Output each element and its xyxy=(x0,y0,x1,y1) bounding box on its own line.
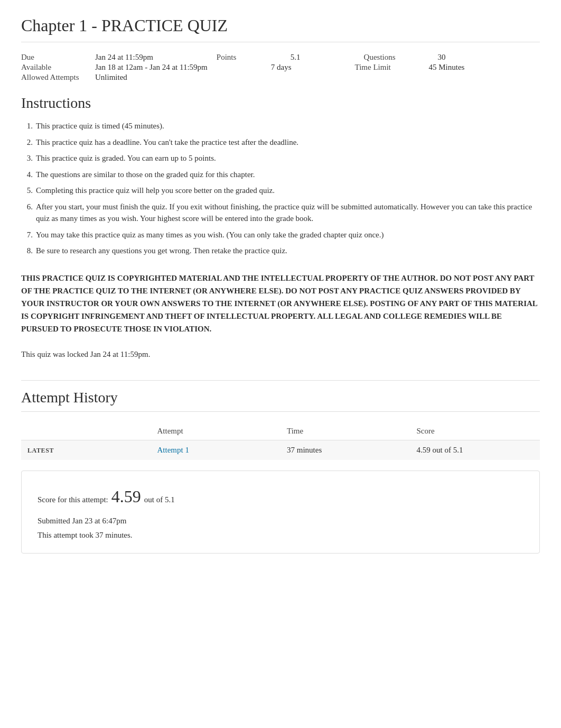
attempt-history-title: Attempt History xyxy=(21,389,540,412)
instruction-item-1: 1.This practice quiz is timed (45 minute… xyxy=(21,120,540,132)
instruction-num: 1. xyxy=(21,120,33,132)
submitted-text: Submitted Jan 23 at 6:47pm xyxy=(38,514,523,528)
attempt-score: 4.59 out of 5.1 xyxy=(410,440,540,460)
col-header-attempt: Attempt xyxy=(151,422,281,440)
attempt-table: Attempt Time Score LATEST Attempt 1 37 m… xyxy=(21,422,540,460)
instruction-num: 8. xyxy=(21,245,33,257)
col-header-time: Time xyxy=(280,422,410,440)
score-summary-box: Score for this attempt: 4.59 out of 5.1 … xyxy=(21,471,540,554)
col-header-badge xyxy=(21,422,151,440)
instruction-num: 7. xyxy=(21,229,33,241)
instruction-text: This practice quiz is timed (45 minutes)… xyxy=(36,120,540,132)
instruction-num: 5. xyxy=(21,185,33,197)
available-value: Jan 18 at 12am - Jan 24 at 11:59pm xyxy=(95,63,208,72)
allowed-label: Allowed Attempts xyxy=(21,73,85,82)
attempt-link-cell[interactable]: Attempt 1 xyxy=(151,440,281,460)
score-out-of: out of 5.1 xyxy=(144,493,175,507)
instruction-text: After you start, your must finish the qu… xyxy=(36,201,540,225)
instruction-text: Be sure to research any questions you ge… xyxy=(36,245,540,257)
took-text: This attempt took 37 minutes. xyxy=(38,528,523,542)
allowed-value: Unlimited xyxy=(95,73,127,82)
instruction-item-4: 4.The questions are similar to those on … xyxy=(21,169,540,181)
time-limit-label: Time Limit xyxy=(355,63,418,72)
questions-label: Questions xyxy=(364,53,427,62)
score-label: Score for this attempt: xyxy=(38,493,108,507)
divider xyxy=(21,380,540,381)
instructions-title: Instructions xyxy=(21,95,540,112)
meta-info: Due Jan 24 at 11:59pm Points 5.1 Questio… xyxy=(21,53,540,82)
attempt-1-link[interactable]: Attempt 1 xyxy=(157,446,189,454)
instruction-item-6: 6.After you start, your must finish the … xyxy=(21,201,540,225)
instruction-text: The questions are similar to those on th… xyxy=(36,169,540,181)
locked-notice: This quiz was locked Jan 24 at 11:59pm. xyxy=(21,350,540,359)
table-row: LATEST Attempt 1 37 minutes 4.59 out of … xyxy=(21,440,540,460)
points-label: Points xyxy=(217,53,280,62)
instruction-item-3: 3.This practice quiz is graded. You can … xyxy=(21,152,540,164)
instruction-text: This practice quiz has a deadline. You c… xyxy=(36,136,540,149)
time-limit-value: 45 Minutes xyxy=(429,63,465,72)
due-value: Jan 24 at 11:59pm xyxy=(95,53,153,62)
questions-value: 30 xyxy=(438,53,446,62)
instruction-item-7: 7.You may take this practice quiz as man… xyxy=(21,229,540,241)
due-label: Due xyxy=(21,53,85,62)
table-header-row: Attempt Time Score xyxy=(21,422,540,440)
instruction-text: This practice quiz is graded. You can ea… xyxy=(36,152,540,164)
instructions-list: 1.This practice quiz is timed (45 minute… xyxy=(21,120,540,257)
available-label: Available xyxy=(21,63,85,72)
points-value: 5.1 xyxy=(291,53,301,62)
instruction-item-5: 5.Completing this practice quiz will hel… xyxy=(21,185,540,197)
attempt-time: 37 minutes xyxy=(280,440,410,460)
available-days: 7 days xyxy=(271,63,292,72)
latest-badge: LATEST xyxy=(21,440,151,460)
instruction-item-8: 8.Be sure to research any questions you … xyxy=(21,245,540,257)
instruction-num: 6. xyxy=(21,201,33,225)
instruction-text: You may take this practice quiz as many … xyxy=(36,229,540,241)
page-title: Chapter 1 - PRACTICE QUIZ xyxy=(21,16,540,42)
instruction-num: 3. xyxy=(21,152,33,164)
instruction-item-2: 2.This practice quiz has a deadline. You… xyxy=(21,136,540,149)
instruction-num: 4. xyxy=(21,169,33,181)
instruction-num: 2. xyxy=(21,136,33,149)
copyright-text: THIS PRACTICE QUIZ IS COPYRIGHTED MATERI… xyxy=(21,272,540,335)
col-header-score: Score xyxy=(410,422,540,440)
instruction-text: Completing this practice quiz will help … xyxy=(36,185,540,197)
score-big-number: 4.59 xyxy=(111,482,141,512)
